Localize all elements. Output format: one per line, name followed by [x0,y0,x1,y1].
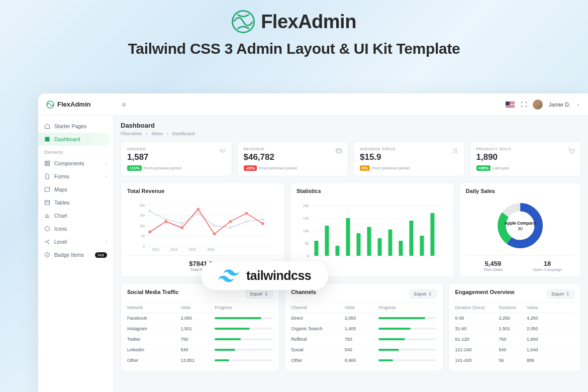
table-row: 0-302,2504,250 [455,313,574,324]
svg-rect-59 [314,241,318,256]
stat-icon [219,147,227,155]
svg-text:150: 150 [303,217,309,220]
svg-rect-62 [346,218,350,256]
svg-point-40 [262,219,264,221]
hero-banner: FlexAdmin Tailwind CSS 3 Admin Layout & … [0,0,588,61]
svg-point-34 [165,219,167,221]
change-pill: +89% [476,165,491,171]
chevron-right-icon: › [167,131,168,136]
export-button[interactable]: Export⇩ [547,289,574,299]
svg-text:2014: 2014 [170,248,178,251]
hamburger-icon[interactable]: ≡ [122,101,126,109]
panel-channels: ChannelsExport⇩ ChannelVisitsProgress Di… [284,283,443,371]
table-icon [44,200,50,206]
progress-bar [378,338,437,340]
line-chart: 0501001502002013201420152016 [127,198,278,253]
svg-text:2015: 2015 [189,248,197,251]
fullscreen-icon[interactable]: ⛶ [521,101,527,108]
change-pill: -29% [244,165,257,171]
hero-brand-text: FlexAdmin [261,11,356,33]
svg-rect-65 [377,238,381,256]
chevron-right-icon: › [106,174,107,179]
svg-point-38 [230,227,232,229]
svg-point-41 [149,231,151,233]
flag-icon[interactable] [506,102,515,108]
sidebar-item-level[interactable]: Level› [38,235,113,248]
table-row: Twitter750 [127,334,273,345]
export-button[interactable]: Export⇩ [246,289,273,299]
sidebar-item-icons[interactable]: Icons [38,222,113,235]
download-icon: ⇩ [264,291,268,297]
stat-card: ORDERS 1,587 +11%From previous period [121,141,232,176]
panel-title: Statistics [297,188,448,194]
tailwind-logo-icon [218,269,239,282]
sidebar-item-forms[interactable]: Forms› [38,170,113,183]
tailwindcss-badge: tailwindcss [201,261,328,290]
sidebar-item-tables[interactable]: Tables [38,196,113,209]
svg-point-45 [214,233,216,235]
sidebar: Starter Pages Dashboard Elements Compone… [38,116,114,392]
table-row: Other8,965 [291,355,437,366]
progress-bar [215,338,273,340]
chevron-down-icon[interactable]: ⌄ [576,102,580,107]
svg-point-44 [197,208,199,210]
svg-rect-66 [388,230,392,256]
progress-bar [378,349,437,351]
main-content: Dashboard FlexAdmin› Menu› Dashboard ORD… [114,116,588,392]
crumb-item[interactable]: Menu [152,131,163,136]
topbar-brand-text: FlexAdmin [57,101,90,108]
topbar-brand[interactable]: FlexAdmin [46,101,122,109]
chevron-right-icon: › [106,161,107,166]
svg-point-18 [572,153,573,154]
sidebar-item-starter[interactable]: Starter Pages [38,120,113,133]
sidebar-item-maps[interactable]: Maps [38,183,113,196]
svg-rect-61 [335,246,339,256]
sidebar-item-chart[interactable]: Chart [38,209,113,222]
app-window: FlexAdmin ≡ ⛶ Jamie D. ⌄ Starter Pages D… [38,93,588,392]
svg-text:200: 200 [139,204,145,207]
stat-card: REVENUE $46,782 -29%From previous period [237,141,349,176]
sidebar-item-badge[interactable]: Badge ItemsHot [38,248,113,261]
svg-point-35 [181,223,183,225]
sidebar-item-components[interactable]: Components› [38,157,113,170]
crumb-item[interactable]: FlexAdmin [121,131,142,136]
svg-rect-67 [399,241,403,256]
panel-title: Total Revenue [127,188,278,194]
panel-social-traffic: Social Media TrafficExport⇩ NetworkVisit… [121,283,279,371]
svg-point-10 [45,241,46,242]
table-row: LinkedIn540 [127,345,273,355]
svg-text:50: 50 [305,242,309,245]
svg-rect-5 [45,164,47,166]
panel-engagement: Engagement OverviewExport⇩ Duration (Sec… [448,283,581,371]
svg-rect-63 [356,233,360,256]
svg-point-48 [262,223,264,225]
svg-point-17 [570,153,571,154]
svg-text:0: 0 [143,245,145,248]
sidebar-item-dashboard[interactable]: Dashboard [38,133,110,146]
progress-bar [215,359,273,361]
table-row: Instagram1,501 [127,324,273,334]
download-icon: ⇩ [428,291,432,297]
svg-rect-60 [325,226,329,256]
avatar[interactable] [533,100,543,110]
page-title: Dashboard [121,122,581,129]
svg-text:2016: 2016 [208,248,215,251]
chevron-right-icon: › [146,131,148,136]
svg-text:50: 50 [141,234,145,238]
table-row: Social540 [291,345,437,355]
user-name[interactable]: Jamie D. [549,102,570,108]
svg-text:0: 0 [307,254,309,258]
smile-icon [44,226,50,232]
svg-rect-69 [420,236,424,256]
svg-point-13 [45,253,50,257]
chevron-right-icon: › [106,239,107,244]
panel-title: Daily Sales [466,188,574,194]
svg-point-37 [214,225,216,227]
table-row: 121-2405401,040 [455,345,574,355]
grid-icon [44,160,50,166]
panel-daily-sales: Daily Sales Apple Company30 5,459Total S… [459,182,581,277]
export-button[interactable]: Export⇩ [410,289,437,299]
flexadmin-logo-icon [46,101,54,109]
stat-icon [567,147,575,155]
table-row: 31-601,5012,050 [455,324,574,334]
